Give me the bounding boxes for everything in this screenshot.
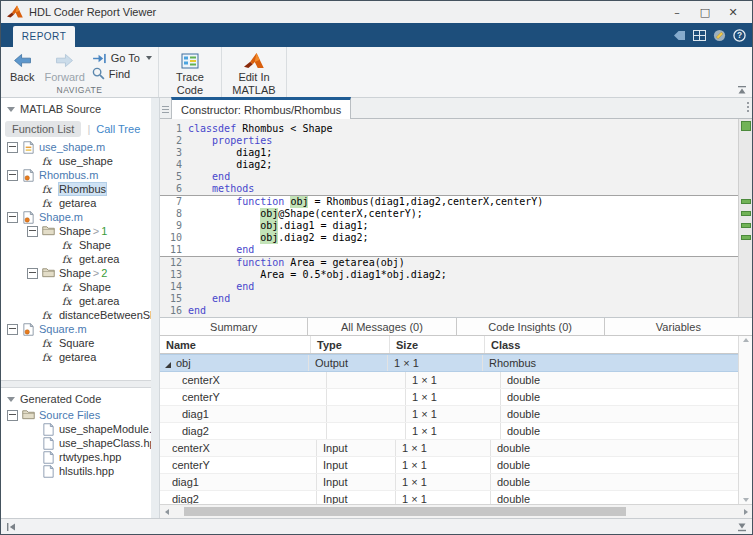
trace-code-label: Trace Code	[168, 71, 212, 97]
tree-expander-icon[interactable]	[7, 170, 18, 181]
sidebar-tab-call-tree[interactable]: Call Tree	[96, 123, 140, 135]
cell-name: diag2	[160, 423, 327, 439]
trace-marker-icon	[741, 211, 751, 216]
panel-tab-variables[interactable]: Variables	[605, 318, 752, 335]
tree-item[interactable]: fxuse_shape	[1, 154, 151, 168]
panel-tab-all-messages-[interactable]: All Messages (0)	[308, 318, 456, 335]
collapse-bottom-panel-icon[interactable]	[737, 522, 747, 532]
find-button[interactable]: Find	[92, 67, 152, 80]
cell-name: centerY	[160, 389, 327, 405]
variables-table: NameTypeSizeClass objOutput1 × 1Rhombusc…	[160, 336, 738, 504]
tree-item[interactable]: fxShape	[1, 280, 151, 294]
minimize-button[interactable]: –	[664, 3, 690, 21]
chevron-left-icon[interactable]	[673, 30, 686, 41]
tree-expander-icon[interactable]	[7, 142, 18, 153]
window-title: HDL Coder Report Viewer	[29, 6, 664, 18]
tree-item[interactable]: Rhombus.m	[1, 168, 151, 182]
line-number: 15	[160, 293, 188, 305]
tree-item[interactable]: Shape>2	[1, 266, 151, 280]
collapse-left-panel-icon[interactable]	[6, 522, 16, 532]
collapse-toolbar-icon[interactable]	[737, 85, 747, 95]
code-token: classdef	[188, 123, 236, 135]
table-row[interactable]: diag21 × 1double	[160, 423, 738, 440]
tree-item[interactable]: fxShape	[1, 238, 151, 252]
code-token: properties	[212, 135, 272, 147]
tree-expander-icon[interactable]	[27, 268, 38, 279]
layout-grid-icon[interactable]	[693, 30, 706, 41]
tree-item[interactable]: hlsutils.hpp	[1, 464, 151, 478]
expanded-triangle-icon[interactable]	[164, 359, 172, 367]
code-token: function	[236, 196, 284, 208]
tree-item[interactable]: rtwtypes.hpp	[1, 450, 151, 464]
tree-expander-icon[interactable]	[7, 212, 18, 223]
maximize-button[interactable]: □	[692, 3, 718, 21]
tree-item[interactable]: fxRhombus	[1, 182, 151, 196]
scroll-left-icon[interactable]	[160, 509, 173, 515]
tree-item[interactable]: use_shapeModule.hpp	[1, 422, 151, 436]
tree-item[interactable]: fxgetarea	[1, 196, 151, 210]
hscroll-thumb[interactable]	[184, 507, 625, 516]
column-header-name: Name	[160, 336, 311, 353]
tree-item[interactable]: Source Files	[1, 408, 151, 422]
table-row[interactable]: diag1Input1 × 1double	[160, 474, 738, 491]
table-row[interactable]: centerYInput1 × 1double	[160, 457, 738, 474]
back-button[interactable]: Back	[7, 50, 37, 85]
goto-button[interactable]: Go To	[92, 52, 152, 64]
line-number: 11	[160, 244, 188, 256]
tree-item[interactable]: use_shapeClass.hpp	[1, 436, 151, 450]
tab-report[interactable]: REPORT	[13, 26, 75, 47]
tree-item[interactable]: Shape.m	[1, 210, 151, 224]
panel-splitter[interactable]	[151, 98, 160, 518]
line-number: 14	[160, 281, 188, 293]
tree-expander-icon[interactable]	[27, 226, 38, 237]
table-vertical-scrollbar[interactable]	[738, 336, 752, 504]
close-button[interactable]: ✕	[720, 3, 746, 21]
tree-item[interactable]: fxget.area	[1, 252, 151, 266]
forward-button[interactable]: Forward	[41, 50, 87, 85]
code-segment-white: 7 function obj = Rhombus(diag1,diag2,cen…	[160, 195, 738, 257]
table-row[interactable]: centerX1 × 1double	[160, 372, 738, 389]
table-row[interactable]: centerY1 × 1double	[160, 389, 738, 406]
code-line: 13 Area = 0.5*obj.diag1*obj.diag2;	[160, 269, 738, 281]
code-annotation-bar[interactable]	[738, 119, 752, 317]
code-lines[interactable]: 1classdef Rhombus < Shape2 properties3 d…	[160, 119, 738, 317]
panel-tab-code-insights-[interactable]: Code Insights (0)	[457, 318, 605, 335]
tree-item[interactable]: Shape>1	[1, 224, 151, 238]
tree-item-label: getarea	[59, 351, 96, 363]
scroll-down-icon[interactable]	[743, 498, 749, 502]
help-icon[interactable]: ?	[733, 29, 746, 42]
splitter-handle-icon[interactable]	[162, 106, 169, 113]
variable-name: centerX	[182, 374, 220, 386]
scroll-right-icon[interactable]	[739, 509, 752, 515]
tree-item[interactable]: use_shape.m	[1, 140, 151, 154]
tab-constructor[interactable]: Constructor: Rhombus/Rhombus	[171, 97, 351, 119]
code-token: @Shape(centerX,centerY);	[278, 208, 423, 220]
trace-code-button[interactable]: Trace Code	[165, 50, 215, 99]
cell-size: 1 × 1	[406, 423, 501, 439]
generated-code-header[interactable]: Generated Code	[1, 388, 151, 408]
table-horizontal-scrollbar[interactable]	[160, 504, 752, 518]
matlab-source-header[interactable]: MATLAB Source	[1, 98, 151, 118]
hscroll-track[interactable]	[173, 507, 739, 516]
scroll-up-icon[interactable]	[743, 338, 749, 342]
tree-expander-icon[interactable]	[7, 324, 18, 335]
table-row[interactable]: diag11 × 1double	[160, 406, 738, 423]
panel-tab-summary[interactable]: Summary	[160, 318, 308, 335]
app-window: HDL Coder Report Viewer – □ ✕ REPORT ?	[0, 0, 753, 535]
cell-type	[327, 389, 406, 405]
tree-item[interactable]: Square.m	[1, 322, 151, 336]
goto-label: Go To	[111, 52, 140, 64]
table-row[interactable]: objOutput1 × 1Rhombus	[160, 354, 738, 372]
trace-marker-icon	[741, 223, 751, 228]
tree-item[interactable]: fxgetarea	[1, 350, 151, 364]
code-line: 14 end	[160, 281, 738, 293]
tree-item[interactable]: fxdistanceBetweenShapes	[1, 308, 151, 322]
tree-expander-icon[interactable]	[7, 410, 18, 421]
annotate-pencil-icon[interactable]	[713, 29, 726, 42]
edit-in-matlab-button[interactable]: Edit In MATLAB	[228, 50, 280, 99]
tree-item[interactable]: fxget.area	[1, 294, 151, 308]
overflow-dots-icon[interactable]	[747, 102, 749, 112]
table-row[interactable]: centerXInput1 × 1double	[160, 440, 738, 457]
sidebar-tab-function-list[interactable]: Function List	[5, 121, 81, 137]
tree-item[interactable]: fxSquare	[1, 336, 151, 350]
